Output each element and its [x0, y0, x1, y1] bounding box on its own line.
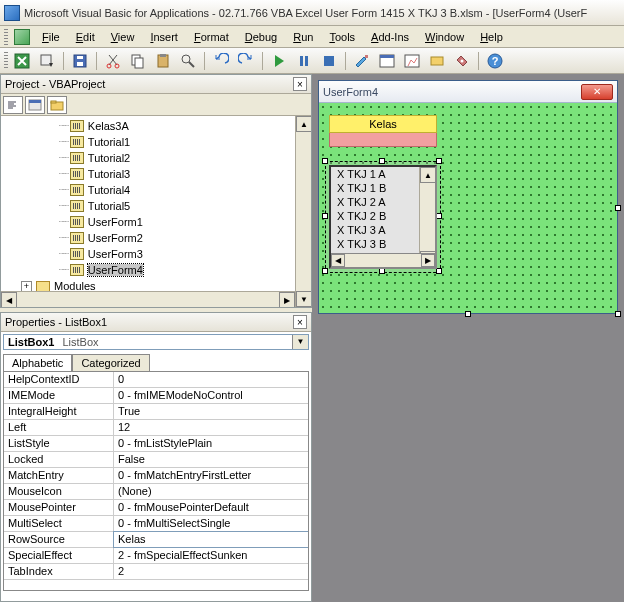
- help-button[interactable]: ?: [484, 50, 506, 72]
- form-designer-titlebar[interactable]: UserForm4 ✕: [319, 81, 617, 103]
- resize-handle-ne[interactable]: [436, 158, 442, 164]
- menubar-grip[interactable]: [4, 29, 8, 45]
- prop-value[interactable]: True: [114, 404, 308, 419]
- view-excel-button[interactable]: [11, 50, 33, 72]
- form-designer-window[interactable]: UserForm4 ✕ Kelas: [318, 80, 618, 314]
- prop-row-locked[interactable]: LockedFalse: [4, 452, 308, 468]
- prop-row-liststyle[interactable]: ListStyle0 - fmListStylePlain: [4, 436, 308, 452]
- project-tree[interactable]: ┈┈Kelas3A┈┈Tutorial1┈┈Tutorial2┈┈Tutoria…: [1, 116, 311, 307]
- resize-handle-n[interactable]: [379, 158, 385, 164]
- form-resize-handle-s[interactable]: [465, 311, 471, 317]
- prop-row-integralheight[interactable]: IntegralHeightTrue: [4, 404, 308, 420]
- prop-row-specialeffect[interactable]: SpecialEffect2 - fmSpecialEffectSunken: [4, 548, 308, 564]
- tree-node-tutorial5[interactable]: ┈┈Tutorial5: [3, 198, 309, 214]
- listbox-item[interactable]: X TKJ 1 B: [331, 181, 419, 195]
- listbox-item[interactable]: X TKJ 1 A: [331, 167, 419, 181]
- project-explorer-button[interactable]: [376, 50, 398, 72]
- listbox-hscrollbar[interactable]: ◀▶: [331, 253, 435, 267]
- properties-window-button[interactable]: [401, 50, 423, 72]
- menu-view[interactable]: View: [103, 29, 143, 45]
- prop-value[interactable]: 0 - fmListStylePlain: [114, 436, 308, 451]
- prop-row-helpcontextid[interactable]: HelpContextID0: [4, 372, 308, 388]
- label-kelas[interactable]: Kelas: [329, 115, 437, 147]
- tree-node-userform2[interactable]: ┈┈UserForm2: [3, 230, 309, 246]
- prop-value[interactable]: 0 - fmMultiSelectSingle: [114, 516, 308, 531]
- menu-run[interactable]: Run: [285, 29, 321, 45]
- form-design-surface[interactable]: Kelas X TKJ 1 AX TKJ 1 BX TKJ 2 AX TKJ 2: [319, 103, 617, 313]
- listbox-item[interactable]: X TKJ 3 B: [331, 237, 419, 251]
- find-button[interactable]: [177, 50, 199, 72]
- prop-row-imemode[interactable]: IMEMode0 - fmIMEModeNoControl: [4, 388, 308, 404]
- object-browser-button[interactable]: [426, 50, 448, 72]
- menu-add-ins[interactable]: Add-Ins: [363, 29, 417, 45]
- object-selector-dropdown-icon[interactable]: ▼: [292, 335, 308, 349]
- prop-row-rowsource[interactable]: RowSourceKelas: [4, 532, 308, 548]
- properties-grid[interactable]: HelpContextID0IMEMode0 - fmIMEModeNoCont…: [3, 371, 309, 591]
- menu-debug[interactable]: Debug: [237, 29, 285, 45]
- properties-panel-close-button[interactable]: ×: [293, 315, 307, 329]
- tree-node-tutorial3[interactable]: ┈┈Tutorial3: [3, 166, 309, 182]
- tree-node-tutorial4[interactable]: ┈┈Tutorial4: [3, 182, 309, 198]
- tree-node-kelas3a[interactable]: ┈┈Kelas3A: [3, 118, 309, 134]
- listbox1-control[interactable]: X TKJ 1 AX TKJ 1 BX TKJ 2 AX TKJ 2 BX TK…: [329, 165, 437, 269]
- prop-value[interactable]: 12: [114, 420, 308, 435]
- prop-row-tabindex[interactable]: TabIndex2: [4, 564, 308, 580]
- prop-value[interactable]: 2: [114, 564, 308, 579]
- insert-dropdown[interactable]: [36, 50, 58, 72]
- excel-doc-icon[interactable]: [14, 29, 30, 45]
- menu-edit[interactable]: Edit: [68, 29, 103, 45]
- tree-node-userform1[interactable]: ┈┈UserForm1: [3, 214, 309, 230]
- form-resize-handle-se[interactable]: [615, 311, 621, 317]
- project-panel-close-button[interactable]: ×: [293, 77, 307, 91]
- prop-value[interactable]: (None): [114, 484, 308, 499]
- prop-row-left[interactable]: Left12: [4, 420, 308, 436]
- tree-hscrollbar[interactable]: ◀▶: [1, 291, 295, 307]
- form-resize-handle-e[interactable]: [615, 205, 621, 211]
- prop-value[interactable]: 0 - fmMatchEntryFirstLetter: [114, 468, 308, 483]
- prop-row-matchentry[interactable]: MatchEntry0 - fmMatchEntryFirstLetter: [4, 468, 308, 484]
- listbox-item[interactable]: X TKJ 3 A: [331, 223, 419, 237]
- toolbox-button[interactable]: [451, 50, 473, 72]
- menu-file[interactable]: File: [34, 29, 68, 45]
- menu-insert[interactable]: Insert: [142, 29, 186, 45]
- listbox-item[interactable]: X TKJ 2 B: [331, 209, 419, 223]
- form-close-button[interactable]: ✕: [581, 84, 613, 100]
- tab-categorized[interactable]: Categorized: [72, 354, 149, 371]
- listbox-item[interactable]: X TKJ 2 A: [331, 195, 419, 209]
- toolbar-grip[interactable]: [4, 52, 8, 70]
- undo-button[interactable]: [210, 50, 232, 72]
- tree-node-tutorial1[interactable]: ┈┈Tutorial1: [3, 134, 309, 150]
- menu-help[interactable]: Help: [472, 29, 511, 45]
- prop-row-mouseicon[interactable]: MouseIcon(None): [4, 484, 308, 500]
- prop-value[interactable]: 0 - fmIMEModeNoControl: [114, 388, 308, 403]
- tree-node-userform3[interactable]: ┈┈UserForm3: [3, 246, 309, 262]
- copy-button[interactable]: [127, 50, 149, 72]
- prop-row-mousepointer[interactable]: MousePointer0 - fmMousePointerDefault: [4, 500, 308, 516]
- save-button[interactable]: [69, 50, 91, 72]
- resize-handle-nw[interactable]: [322, 158, 328, 164]
- menu-window[interactable]: Window: [417, 29, 472, 45]
- toggle-folders-button[interactable]: [47, 96, 67, 114]
- design-mode-button[interactable]: [351, 50, 373, 72]
- tree-node-userform4[interactable]: ┈┈UserForm4: [3, 262, 309, 278]
- view-object-button[interactable]: [25, 96, 45, 114]
- prop-value[interactable]: 2 - fmSpecialEffectSunken: [114, 548, 308, 563]
- tree-node-tutorial2[interactable]: ┈┈Tutorial2: [3, 150, 309, 166]
- prop-value[interactable]: 0: [114, 372, 308, 387]
- paste-button[interactable]: [152, 50, 174, 72]
- tree-vscrollbar[interactable]: ▲▼: [295, 116, 311, 307]
- listbox-vscrollbar[interactable]: ▲▼: [419, 167, 435, 267]
- prop-row-multiselect[interactable]: MultiSelect0 - fmMultiSelectSingle: [4, 516, 308, 532]
- resize-handle-w[interactable]: [322, 213, 328, 219]
- menu-tools[interactable]: Tools: [321, 29, 363, 45]
- view-code-button[interactable]: [3, 96, 23, 114]
- prop-value[interactable]: 0 - fmMousePointerDefault: [114, 500, 308, 515]
- cut-button[interactable]: [102, 50, 124, 72]
- run-button[interactable]: [268, 50, 290, 72]
- menu-format[interactable]: Format: [186, 29, 237, 45]
- resize-handle-sw[interactable]: [322, 268, 328, 274]
- prop-value[interactable]: Kelas: [114, 532, 308, 547]
- redo-button[interactable]: [235, 50, 257, 72]
- prop-value[interactable]: False: [114, 452, 308, 467]
- tab-alphabetic[interactable]: Alphabetic: [3, 354, 72, 371]
